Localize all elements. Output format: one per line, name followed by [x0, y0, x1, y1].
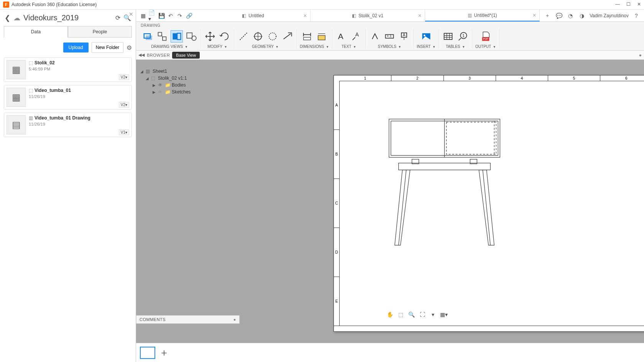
projected-view-button[interactable]	[156, 30, 168, 43]
feature-control-frame-button[interactable]: ⌖.1	[383, 30, 396, 43]
tree-sketches-node[interactable]: ▶ 👁 📁 Sketches	[139, 88, 192, 95]
group-label[interactable]: DIMENSIONS ▼	[300, 44, 329, 49]
link-button[interactable]: 🔗	[185, 12, 193, 20]
file-version-dropdown[interactable]: V1▾	[119, 129, 129, 135]
new-folder-button[interactable]: New Folder	[92, 42, 123, 53]
app-grid-icon[interactable]: ▦	[139, 12, 147, 20]
center-pattern-button[interactable]	[266, 30, 279, 43]
leader-text-button[interactable]: A	[350, 30, 362, 43]
expand-icon[interactable]: ◢	[146, 76, 150, 80]
app-logo-icon: F	[3, 2, 9, 8]
svg-text:A: A	[338, 32, 343, 41]
expand-icon[interactable]: ▶	[153, 90, 156, 94]
document-tab[interactable]: ◧ Untitled ✕	[196, 10, 310, 21]
detail-view-button[interactable]	[185, 30, 197, 43]
data-tab[interactable]: Data	[4, 26, 68, 38]
file-item[interactable]: ▦ ⬚ Video_tumba_01 11/26/19 V2▾	[4, 85, 132, 110]
tooltip-badge: Base View	[172, 52, 200, 59]
user-name[interactable]: Vadim Zaynutdinov	[590, 13, 629, 18]
sheet-thumbnail[interactable]	[140, 347, 155, 359]
group-label[interactable]: INSERT ▼	[417, 44, 435, 49]
fit-icon[interactable]: ⛶	[419, 311, 426, 318]
group-label[interactable]: DRAWING VIEWS ▼	[151, 44, 188, 49]
window-minimize-button[interactable]: —	[615, 2, 620, 7]
data-panel-back-button[interactable]: ❮	[5, 14, 10, 22]
expand-icon[interactable]: ◢	[140, 69, 144, 74]
document-tab[interactable]: ▥ Untitled*(1) ✕	[425, 10, 540, 21]
titlebar: F Autodesk Fusion 360 (Education License…	[0, 0, 644, 10]
dimension-button[interactable]	[301, 30, 313, 43]
section-view-button[interactable]	[171, 30, 183, 43]
help-icon[interactable]: ?	[632, 12, 640, 20]
tree-bodies-node[interactable]: ▶ 👁 📁 Bodies	[139, 82, 192, 88]
group-label[interactable]: MODIFY ▼	[207, 44, 227, 49]
model-icon: ◧	[242, 13, 246, 18]
job-status-icon[interactable]: ◔	[567, 12, 574, 20]
redo-button[interactable]: ↷	[176, 12, 184, 20]
window-close-button[interactable]: ✕	[636, 2, 642, 7]
group-label[interactable]: OUTPUT ▼	[475, 44, 496, 49]
group-label[interactable]: GEOMETRY ▼	[252, 44, 279, 49]
drawing-canvas[interactable]: 1 2 3 4 5 6 7 8 A B C D E A	[136, 60, 644, 343]
upload-button[interactable]: Upload	[63, 43, 89, 52]
edge-extension-button[interactable]	[281, 30, 293, 43]
text-button[interactable]: A	[335, 30, 348, 43]
visibility-icon[interactable]: 👁	[158, 82, 163, 88]
svg-text:A: A	[403, 33, 406, 37]
save-button[interactable]: 💾	[158, 12, 165, 20]
centerline-button[interactable]	[237, 30, 250, 43]
group-label[interactable]: TABLES ▼	[446, 44, 465, 49]
table-button[interactable]	[442, 30, 454, 43]
app-title: Autodesk Fusion 360 (Education License)	[12, 2, 97, 7]
surface-texture-button[interactable]	[369, 30, 381, 43]
tab-close-button[interactable]: ✕	[303, 13, 307, 18]
rotate-button[interactable]	[219, 30, 231, 43]
tree-sheet-node[interactable]: ◢ ▥ Sheet1	[139, 68, 192, 75]
notifications-icon[interactable]: 💬	[555, 12, 563, 20]
people-tab[interactable]: People	[68, 26, 132, 38]
tree-component-node[interactable]: ◢ ⬚ Stolik_02 v1:1	[139, 75, 192, 82]
insert-image-button[interactable]	[420, 30, 432, 43]
comments-toggle-icon[interactable]: ●	[233, 317, 236, 322]
browser-collapse-icon[interactable]: ◀◀	[138, 52, 145, 57]
display-settings-icon[interactable]: ▾	[429, 311, 437, 318]
drawing-view[interactable]	[339, 81, 644, 326]
component-icon: ⬚	[151, 75, 156, 81]
undo-button[interactable]: ↶	[167, 12, 174, 20]
comments-panel-header[interactable]: COMMENTS ●	[136, 315, 240, 324]
ordinate-dimension-button[interactable]	[315, 30, 328, 43]
pan-icon[interactable]: ✋	[386, 311, 394, 318]
group-label[interactable]: TEXT ▼	[342, 44, 356, 49]
expand-icon[interactable]: ▶	[153, 83, 156, 87]
file-item[interactable]: ▤ ▥ Video_tumba_01 Drawing 11/26/19 V1▾	[4, 113, 132, 137]
browser-settings-icon[interactable]: ●	[639, 52, 642, 58]
layout-grid-icon[interactable]: ▦▾	[440, 311, 448, 318]
tab-close-button[interactable]: ✕	[418, 13, 422, 18]
move-button[interactable]	[204, 30, 216, 43]
center-mark-button[interactable]	[252, 30, 264, 43]
window-maximize-button[interactable]: ☐	[626, 2, 631, 7]
settings-gear-icon[interactable]: ⚙	[127, 44, 132, 51]
tab-close-button[interactable]: ✕	[532, 13, 536, 18]
file-version-dropdown[interactable]: V2▾	[119, 74, 129, 80]
zoom-window-icon[interactable]: ⬚	[397, 311, 405, 318]
base-view-button[interactable]	[141, 30, 154, 43]
output-pdf-button[interactable]: PDF	[480, 30, 492, 43]
ruler-cell: D	[334, 228, 339, 277]
zoom-icon[interactable]: 🔍	[408, 311, 416, 318]
add-sheet-button[interactable]: ＋	[159, 346, 169, 359]
data-panel-close-button[interactable]: ✕	[129, 11, 133, 17]
file-menu-button[interactable]: 📄▾	[148, 12, 156, 20]
project-title: Videokurs_2019	[23, 13, 112, 22]
new-tab-button[interactable]: ＋	[544, 12, 551, 20]
balloon-button[interactable]: 1	[457, 30, 469, 43]
refresh-button[interactable]: ⟳	[115, 14, 120, 21]
datum-button[interactable]: A	[398, 30, 410, 43]
file-item[interactable]: ▦ ⬚ Stolik_02 5:46:59 PM V2▾	[4, 57, 132, 82]
file-name: Video_tumba_01 Drawing	[34, 115, 90, 121]
group-label[interactable]: SYMBOLS ▼	[378, 44, 401, 49]
visibility-off-icon[interactable]: 👁	[158, 89, 163, 95]
extensions-icon[interactable]: ◑	[578, 12, 586, 20]
document-tab[interactable]: ◧ Stolik_02 v1 ✕	[310, 10, 425, 21]
file-version-dropdown[interactable]: V2▾	[119, 102, 129, 108]
